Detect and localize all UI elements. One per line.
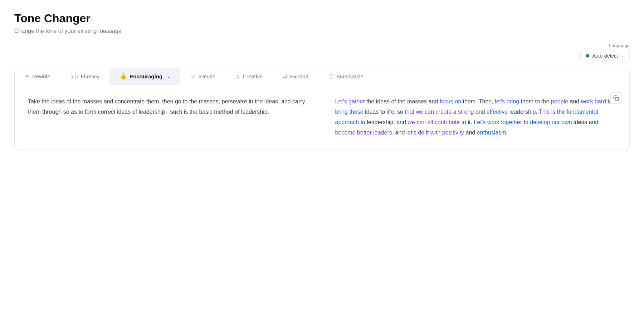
expand-icon: ⇄ — [283, 73, 287, 80]
result-segment-7: and — [568, 98, 581, 104]
original-text: Take the ideas of the masses and concent… — [28, 97, 309, 117]
result-segment-17: leadership. — [508, 109, 539, 115]
result-segment-5: them to the — [519, 98, 551, 104]
tab-summarize-label: Summarize — [336, 73, 364, 79]
result-segment-31: and — [464, 130, 477, 136]
tab-fluency-label: Fluency — [81, 73, 100, 79]
result-segment-22: we can all contribute — [408, 119, 460, 125]
result-segment-8: work hard — [581, 98, 606, 104]
language-label: Language — [609, 43, 630, 48]
tone-tool-container: ✦ Rewrite ((·)) Fluency 👍 Encouraging ⌄ … — [14, 68, 630, 150]
copy-button[interactable] — [610, 92, 622, 104]
creative-icon: ◎ — [235, 74, 240, 79]
result-segment-19: is the — [550, 109, 566, 115]
simple-icon: ☺ — [190, 73, 196, 80]
tab-rewrite[interactable]: ✦ Rewrite — [15, 68, 60, 85]
language-dot — [586, 54, 589, 58]
result-segment-27: ideas and — [572, 119, 599, 125]
result-segment-15: and — [474, 109, 487, 115]
result-segment-18: This — [539, 109, 550, 115]
result-segment-26: develop our own — [530, 119, 572, 125]
copy-icon — [613, 95, 619, 101]
summarize-icon: ⬡ — [328, 73, 333, 80]
result-segment-23: to it. — [460, 119, 474, 125]
result-segment-1: the ideas of the masses and — [365, 98, 440, 104]
result-segment-13: , so — [394, 109, 405, 115]
tab-creative[interactable]: ◎ Creative — [225, 68, 273, 84]
page-header: Tone Changer Change the tone of your exi… — [14, 11, 630, 34]
result-segment-3: them. Then, — [461, 98, 495, 104]
result-text: Let's gather the ideas of the masses and… — [335, 97, 616, 138]
tab-encouraging-label: Encouraging — [130, 73, 162, 79]
tabs-bar: ✦ Rewrite ((·)) Fluency 👍 Encouraging ⌄ … — [15, 68, 629, 85]
result-segment-29: , and — [392, 130, 406, 136]
result-segment-30: let's do it with positivity — [406, 130, 464, 136]
result-segment-32: enthusiasm. — [477, 130, 508, 136]
tab-expand-label: Expand — [290, 73, 308, 79]
result-segment-0: Let's gather — [335, 98, 365, 104]
page-subtitle: Change the tone of your existing message — [14, 28, 630, 34]
original-pane: Take the ideas of the masses and concent… — [15, 85, 322, 149]
page-title: Tone Changer — [14, 11, 630, 25]
result-segment-4: let's bring — [495, 98, 519, 104]
result-segment-21: to leadership, and — [359, 119, 408, 125]
tab-creative-label: Creative — [243, 73, 263, 79]
result-segment-2: focus on — [440, 98, 461, 104]
result-segment-12: life — [387, 109, 394, 115]
rewrite-icon: ✦ — [25, 73, 29, 80]
result-segment-24: Let's work together — [474, 119, 522, 125]
language-dropdown[interactable]: Auto-detect ⌄ — [580, 50, 630, 62]
tab-simple-label: Simple — [199, 73, 215, 79]
tab-fluency[interactable]: ((·)) Fluency — [60, 68, 109, 84]
svg-rect-0 — [615, 97, 619, 101]
chevron-down-icon: ⌄ — [621, 53, 624, 58]
tab-expand[interactable]: ⇄ Expand — [273, 68, 318, 85]
result-segment-16: effective — [487, 109, 508, 115]
language-selected: Auto-detect — [592, 53, 618, 59]
encouraging-icon: 👍 — [119, 73, 127, 80]
result-segment-28: become better leaders — [335, 130, 392, 136]
fluency-icon: ((·)) — [70, 74, 78, 79]
result-segment-6: people — [551, 98, 568, 104]
tab-summarize[interactable]: ⬡ Summarize — [318, 68, 374, 85]
tab-simple[interactable]: ☺ Simple — [180, 68, 225, 85]
result-segment-11: ideas to — [364, 109, 387, 115]
result-segment-14: that we can create a strong — [405, 109, 474, 115]
result-segment-10: bring these — [335, 109, 364, 115]
encouraging-dropdown-icon: ⌄ — [167, 74, 170, 79]
language-selector-container: Language Auto-detect ⌄ — [14, 43, 630, 62]
content-area: Take the ideas of the masses and concent… — [15, 85, 629, 150]
result-pane: Let's gather the ideas of the masses and… — [322, 85, 629, 149]
result-segment-25: to — [522, 119, 530, 125]
tab-rewrite-label: Rewrite — [32, 73, 50, 79]
tab-encouraging[interactable]: 👍 Encouraging ⌄ — [109, 68, 180, 85]
